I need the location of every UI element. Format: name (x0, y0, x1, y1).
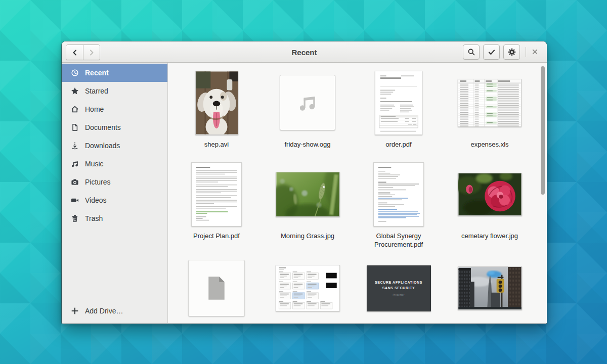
download-icon (71, 142, 79, 150)
sidebar-item-label: Recent (85, 69, 109, 77)
rose-photo-thumbnail (458, 173, 522, 216)
plus-icon (71, 307, 79, 315)
vertical-scrollbar[interactable] (541, 66, 545, 195)
sidebar-item-label: Videos (85, 196, 107, 204)
file-name: Global Synergy Procurement.pdf (356, 232, 442, 249)
file-item-project-plan-pdf[interactable]: Project Plan.pdf (174, 162, 259, 240)
sidebar-item-label: Starred (85, 87, 108, 95)
file-name: Project Plan.pdf (174, 232, 259, 240)
desktop: { "window": { "title": "Recent", "colors… (0, 0, 607, 364)
file-item-presentation[interactable]: SECURE APPLICATIONS SANS SECURITY Presen… (356, 256, 442, 321)
generic-file-thumbnail (188, 260, 245, 316)
dark-slide-thumbnail: SECURE APPLICATIONS SANS SECURITY Presen… (367, 265, 431, 311)
close-button[interactable] (530, 47, 541, 57)
file-item-city-photo[interactable] (447, 256, 533, 321)
file-name: order.pdf (356, 140, 442, 149)
file-item-order-pdf[interactable]: order.pdf (356, 70, 442, 149)
text-document-thumbnail (191, 162, 242, 226)
camera-icon (71, 178, 79, 186)
document-icon (71, 123, 79, 131)
sidebar: Recent Starred Home Documents (62, 63, 168, 323)
music-note-icon (71, 160, 79, 168)
music-note-icon (297, 93, 318, 113)
blank-document-icon (206, 276, 227, 301)
file-name: Morning Grass.jpg (265, 232, 351, 240)
cards-page-thumbnail (276, 265, 340, 311)
gear-icon (508, 48, 516, 56)
sidebar-item-downloads[interactable]: Downloads (62, 136, 167, 155)
slide-title-text: SECURE APPLICATIONS SANS SECURITY (371, 280, 426, 291)
checkmark-icon (488, 48, 496, 56)
sidebar-item-starred[interactable]: Starred (62, 82, 167, 100)
sidebar-item-trash[interactable]: Trash (62, 209, 167, 228)
file-item-cards-document[interactable] (265, 256, 351, 321)
grass-photo-thumbnail (276, 172, 340, 217)
file-item-global-synergy-procurement-pdf[interactable]: Global Synergy Procurement.pdf (356, 162, 442, 249)
file-item-friday-show-ogg[interactable]: friday-show.ogg (265, 70, 351, 149)
sidebar-item-label: Home (85, 105, 104, 113)
sidebar-item-home[interactable]: Home (62, 100, 167, 118)
file-grid: shep.avi friday-show.ogg (168, 63, 547, 323)
add-drive-button[interactable]: Add Drive… (62, 303, 167, 318)
add-drive-label: Add Drive… (85, 307, 123, 315)
sidebar-item-label: Pictures (85, 178, 111, 186)
home-icon (71, 105, 79, 113)
file-manager-window: Recent (62, 41, 547, 324)
select-items-button[interactable] (483, 44, 500, 60)
titlebar: Recent (62, 41, 547, 63)
sidebar-item-videos[interactable]: Videos (62, 191, 167, 209)
recent-clock-icon (71, 69, 79, 77)
sidebar-item-pictures[interactable]: Pictures (62, 173, 167, 191)
invoice-document-thumbnail (375, 71, 422, 135)
file-item-shep-avi[interactable]: shep.avi (174, 70, 259, 149)
trash-icon (71, 214, 79, 222)
search-icon (467, 48, 475, 56)
sidebar-item-documents[interactable]: Documents (62, 118, 167, 136)
file-item-cemetary-flower-jpg[interactable]: cemetary flower.jpg (447, 162, 533, 240)
file-name: shep.avi (174, 140, 259, 149)
sidebar-item-label: Downloads (85, 142, 120, 150)
close-icon (531, 48, 539, 56)
star-icon (71, 87, 79, 95)
view-options-button[interactable] (503, 44, 520, 60)
sidebar-item-recent[interactable]: Recent (62, 64, 167, 82)
sidebar-item-label: Music (85, 160, 104, 168)
search-button[interactable] (463, 44, 480, 60)
dog-photo-thumbnail (195, 71, 238, 135)
sidebar-item-label: Documents (85, 123, 121, 131)
file-item-generic[interactable] (174, 256, 259, 321)
city-photo-thumbnail (458, 266, 522, 310)
file-item-expenses-xls[interactable]: expenses.xls (447, 70, 533, 149)
slide-subtitle-text: Presenter (393, 294, 404, 296)
audio-placeholder-thumbnail (280, 75, 335, 130)
file-item-morning-grass-jpg[interactable]: Morning Grass.jpg (265, 162, 351, 240)
file-name: cemetary flower.jpg (447, 232, 533, 240)
spreadsheet-thumbnail (458, 79, 522, 127)
video-camera-icon (71, 196, 79, 204)
file-name: friday-show.ogg (265, 140, 351, 149)
file-name: expenses.xls (447, 140, 533, 149)
titlebar-separator (526, 47, 526, 57)
document-with-links-thumbnail (373, 162, 424, 226)
sidebar-item-music[interactable]: Music (62, 155, 167, 173)
sidebar-item-label: Trash (85, 214, 103, 222)
